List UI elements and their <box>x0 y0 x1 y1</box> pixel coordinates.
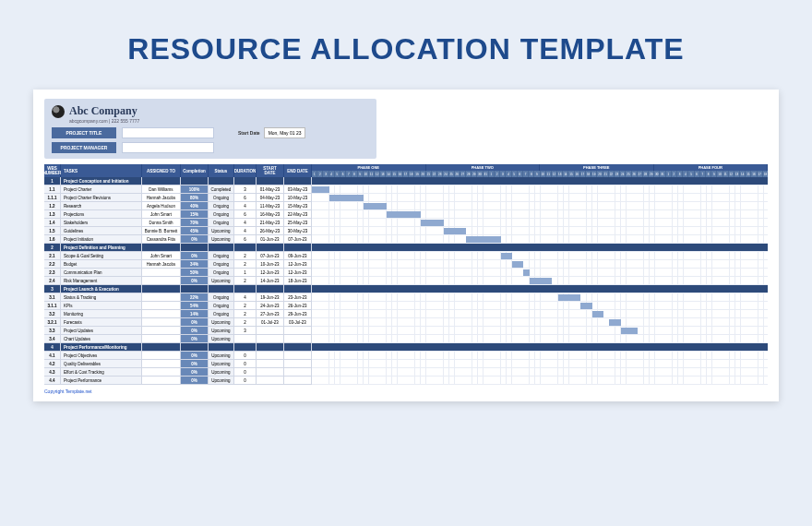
cell-task[interactable]: Stakeholders <box>61 219 142 227</box>
cell-dur[interactable]: 0 <box>234 377 257 385</box>
cell-wbs[interactable]: 2.3 <box>44 269 61 277</box>
cell-assigned[interactable]: Hannah Jacobs <box>142 260 181 269</box>
cell-start[interactable] <box>257 377 284 385</box>
cell-status[interactable]: Upcoming <box>209 360 234 368</box>
cell-task[interactable]: KPIs <box>61 302 142 310</box>
cell-wbs[interactable]: 2.4 <box>44 277 61 285</box>
cell-end[interactable]: 15-May-23 <box>284 202 312 210</box>
table-row[interactable]: 4.4Project Performance0%Upcoming0 <box>44 377 312 385</box>
table-row[interactable]: 4.1Project Objectives0%Upcoming0 <box>44 352 312 360</box>
cell-start[interactable]: 19-Jun-23 <box>257 293 284 302</box>
gantt-bar[interactable] <box>621 328 639 334</box>
project-title-input[interactable] <box>122 127 214 138</box>
gantt-bar[interactable] <box>512 261 523 268</box>
cell-start[interactable] <box>257 352 284 360</box>
table-row[interactable]: 3.2Monitoring14%Ongoing227-Jun-2329-Jun-… <box>44 310 312 318</box>
cell-wbs[interactable]: 3.1.1 <box>44 302 61 310</box>
cell-wbs[interactable]: 1.5 <box>44 227 61 235</box>
gantt-bar[interactable] <box>466 236 500 243</box>
cell-comp[interactable] <box>181 244 209 252</box>
cell-dur[interactable] <box>234 244 257 252</box>
cell-end[interactable] <box>284 285 312 293</box>
cell-start[interactable]: 04-May-23 <box>257 194 284 202</box>
project-manager-input[interactable] <box>122 142 214 153</box>
cell-assigned[interactable] <box>142 285 181 293</box>
cell-status[interactable]: Completed <box>209 185 234 194</box>
cell-end[interactable]: 12-Jun-23 <box>284 269 312 277</box>
cell-start[interactable]: 26-May-23 <box>257 227 284 235</box>
cell-comp[interactable]: 0% <box>181 318 209 327</box>
cell-start[interactable]: 16-May-23 <box>257 210 284 219</box>
cell-comp[interactable]: 15% <box>181 210 209 219</box>
cell-status[interactable]: Ongoing <box>209 310 234 318</box>
cell-comp[interactable]: 0% <box>181 327 209 335</box>
gantt-bar[interactable] <box>387 211 421 218</box>
gantt-bar[interactable] <box>523 269 529 276</box>
cell-task[interactable]: Project Definition and Planning <box>61 244 142 252</box>
cell-task[interactable]: Project Launch & Execution <box>61 285 142 293</box>
cell-comp[interactable]: 34% <box>181 260 209 269</box>
cell-comp[interactable]: 45% <box>181 227 209 235</box>
cell-start[interactable]: 24-Jun-23 <box>257 302 284 310</box>
cell-assigned[interactable]: Donna Smith <box>142 219 181 227</box>
cell-start[interactable] <box>257 244 284 252</box>
cell-assigned[interactable] <box>142 177 181 185</box>
cell-wbs[interactable]: 4.2 <box>44 360 61 368</box>
cell-comp[interactable]: 22% <box>181 293 209 302</box>
cell-task[interactable]: Project Updates <box>61 327 142 335</box>
cell-status[interactable] <box>209 244 234 252</box>
cell-start[interactable]: 01-Jul-23 <box>257 318 284 327</box>
table-row[interactable]: 3.3Project Updates0%Upcoming3 <box>44 327 312 335</box>
cell-dur[interactable]: 3 <box>234 185 257 194</box>
cell-comp[interactable]: 100% <box>181 185 209 194</box>
table-row[interactable]: 4Project Performance/Monitoring <box>44 343 312 352</box>
cell-start[interactable] <box>257 343 284 352</box>
table-row[interactable]: 2.2BudgetHannah Jacobs34%Ongoing210-Jun-… <box>44 260 312 269</box>
cell-comp[interactable] <box>181 285 209 293</box>
cell-end[interactable] <box>284 352 312 360</box>
cell-start[interactable]: 12-Jun-23 <box>257 269 284 277</box>
cell-start[interactable]: 10-Jun-23 <box>257 260 284 269</box>
cell-assigned[interactable] <box>142 293 181 302</box>
cell-comp[interactable]: 0% <box>181 235 209 244</box>
gantt-bar[interactable] <box>312 186 329 193</box>
table-row[interactable]: 3.1.1KPIs54%Ongoing224-Jun-2326-Jun-23 <box>44 302 312 310</box>
cell-dur[interactable]: 2 <box>234 310 257 318</box>
cell-task[interactable]: Effort & Cost Tracking <box>61 368 142 377</box>
cell-wbs[interactable]: 4.1 <box>44 352 61 360</box>
cell-assigned[interactable]: Dan Williams <box>142 185 181 194</box>
cell-assigned[interactable] <box>142 352 181 360</box>
cell-comp[interactable]: 70% <box>181 219 209 227</box>
cell-status[interactable] <box>209 343 234 352</box>
cell-end[interactable]: 03-May-23 <box>284 185 312 194</box>
cell-end[interactable]: 23-Jun-23 <box>284 293 312 302</box>
cell-comp[interactable]: 0% <box>181 277 209 285</box>
cell-dur[interactable]: 4 <box>234 227 257 235</box>
cell-status[interactable]: Ongoing <box>209 252 234 260</box>
cell-task[interactable]: Scope & Goal Setting <box>61 252 142 260</box>
cell-assigned[interactable] <box>142 327 181 335</box>
cell-end[interactable]: 12-Jun-23 <box>284 260 312 269</box>
cell-end[interactable]: 09-Jun-23 <box>284 252 312 260</box>
cell-comp[interactable]: 0% <box>181 377 209 385</box>
cell-wbs[interactable]: 1.1 <box>44 185 61 194</box>
cell-task[interactable]: Project Objectives <box>61 352 142 360</box>
cell-assigned[interactable]: Hannah Jacobs <box>142 194 181 202</box>
cell-start[interactable] <box>257 285 284 293</box>
cell-assigned[interactable] <box>142 343 181 352</box>
cell-comp[interactable]: 0% <box>181 335 209 343</box>
cell-end[interactable] <box>284 343 312 352</box>
cell-end[interactable]: 30-May-23 <box>284 227 312 235</box>
cell-status[interactable]: Ongoing <box>209 202 234 210</box>
gantt-bar[interactable] <box>558 294 581 301</box>
cell-dur[interactable]: 4 <box>234 202 257 210</box>
gantt-bar[interactable] <box>592 311 603 317</box>
table-row[interactable]: 2Project Definition and Planning <box>44 244 312 252</box>
cell-wbs[interactable]: 1.3 <box>44 210 61 219</box>
cell-start[interactable] <box>257 360 284 368</box>
cell-status[interactable]: Upcoming <box>209 335 234 343</box>
cell-start[interactable]: 07-Jun-23 <box>257 252 284 260</box>
table-row[interactable]: 1.6Project InitiationCassandra Fitts0%Up… <box>44 235 312 244</box>
cell-end[interactable] <box>284 244 312 252</box>
cell-status[interactable]: Ongoing <box>209 210 234 219</box>
